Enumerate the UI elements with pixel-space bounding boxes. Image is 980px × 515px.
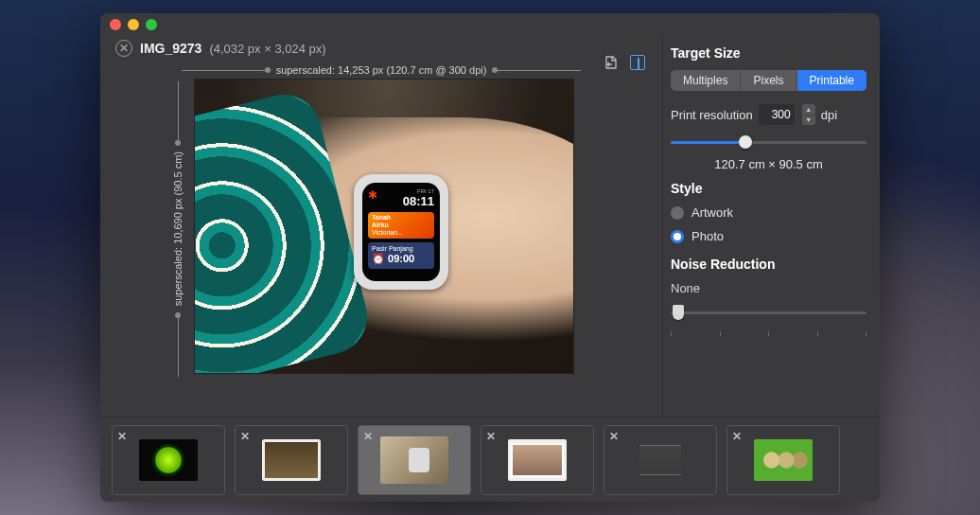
ruler-left: superscaled: 10,690 px (90.5 cm) [172,81,184,377]
output-dimensions: 120.7 cm × 90.5 cm [671,157,866,171]
target-size-title: Target Size [671,45,866,61]
radio-icon [671,230,684,243]
thumbnail-strip: ✕ ✕ ✕ ✕ ✕ ✕ [100,417,880,502]
dpi-label: dpi [821,108,837,122]
remove-thumb-icon[interactable]: ✕ [486,430,496,443]
tab-pixels[interactable]: Pixels [741,70,796,91]
remove-thumb-icon[interactable]: ✕ [117,430,127,443]
compare-icon[interactable] [628,53,647,72]
print-resolution-field[interactable] [759,104,795,125]
export-icon[interactable] [602,53,621,72]
noise-reduction-title: Noise Reduction [671,257,866,272]
remove-thumb-icon[interactable]: ✕ [609,430,619,443]
thumbnail[interactable]: ✕ [604,425,717,495]
target-size-tabs: Multiples Pixels Printable [671,70,866,91]
window-close-button[interactable] [110,19,121,30]
ruler-top-label: superscaled: 14,253 px (120.7 cm @ 300 d… [271,64,493,76]
style-title: Style [671,181,866,196]
remove-thumb-icon[interactable]: ✕ [732,430,742,443]
slider-ticks [671,331,866,336]
window-zoom-button[interactable] [146,19,157,30]
main-pane: ✕ IMG_9273 (4,032 px × 3,024 px) supersc… [100,36,662,417]
app-window: ✕ IMG_9273 (4,032 px × 3,024 px) supersc… [100,13,880,502]
file-name: IMG_9273 [140,41,201,56]
file-dimensions: (4,032 px × 3,024 px) [209,42,325,56]
titlebar [100,13,880,36]
image-preview[interactable]: ✱ FRI 17 08:11 Tanah Airku Victori [195,80,573,373]
thumbnail[interactable]: ✕ [726,425,840,495]
size-slider[interactable] [671,134,866,150]
radio-icon [671,206,684,220]
thumbnail[interactable]: ✕ [481,425,594,495]
settings-panel: Target Size Multiples Pixels Printable P… [662,36,880,417]
remove-thumb-icon[interactable]: ✕ [240,430,250,443]
window-minimize-button[interactable] [128,19,139,30]
noise-reduction-value: None [671,281,866,295]
thumbnail[interactable]: ✕ [112,425,225,495]
tab-printable[interactable]: Printable [797,70,866,91]
clear-image-button[interactable]: ✕ [115,40,132,57]
ruler-top: superscaled: 14,253 px (120.7 cm @ 300 d… [182,64,581,76]
style-photo-option[interactable]: Photo [671,229,866,243]
ruler-left-label: superscaled: 10,690 px (90.5 cm) [172,146,184,311]
tab-multiples[interactable]: Multiples [671,70,741,91]
print-resolution-label: Print resolution [671,108,753,122]
thumbnail[interactable]: ✕ [235,425,348,495]
print-resolution-input[interactable] [759,108,795,121]
noise-reduction-slider[interactable] [671,305,866,320]
watch-time: 08:11 [403,194,434,208]
style-artwork-option[interactable]: Artwork [671,205,866,220]
print-resolution-stepper[interactable]: ▲▼ [802,104,815,125]
thumbnail[interactable]: ✕ [358,425,471,495]
remove-thumb-icon[interactable]: ✕ [363,430,373,443]
